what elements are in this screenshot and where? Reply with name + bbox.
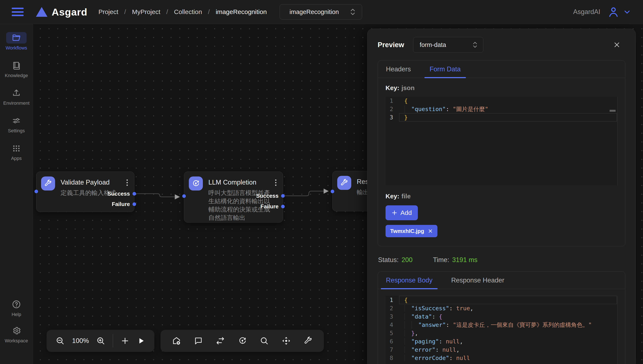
sidebar-label: Apps — [11, 156, 22, 161]
json-code-editor[interactable]: 1{2"question": "圖片是什麼"3} — [385, 97, 617, 186]
breadcrumb-workflow[interactable]: imageRecognition — [216, 8, 267, 16]
select-chevrons-icon — [473, 42, 478, 48]
sidebar-item-knowledge[interactable]: Knowledge — [5, 60, 28, 78]
question-circle-icon — [12, 300, 21, 309]
toolbar-divider — [113, 334, 113, 348]
select-chevrons-icon — [350, 8, 355, 16]
zoom-out-icon[interactable] — [56, 336, 65, 346]
input-port[interactable] — [331, 190, 334, 193]
sidebar-item-settings[interactable]: Settings — [6, 115, 27, 134]
grid-dots-icon — [12, 144, 21, 153]
remove-file-icon[interactable] — [428, 229, 433, 234]
breadcrumb-separator: / — [166, 8, 168, 16]
tab-headers[interactable]: Headers — [386, 60, 411, 78]
json-key-label: Key:json — [385, 84, 617, 92]
response-code-editor[interactable]: 1{2"isSuccess": true,3"data": {4"answer"… — [385, 296, 617, 364]
zoom-toolbar: 100% — [47, 330, 154, 352]
node-title: Validate Payload — [61, 178, 125, 186]
gear-icon — [12, 326, 21, 336]
user-avatar-icon[interactable] — [607, 6, 619, 18]
tab-form-data[interactable]: Form Data — [430, 60, 461, 78]
sidebar-item-apps[interactable]: Apps — [6, 142, 27, 161]
sidebar-label: Help — [12, 312, 21, 317]
sidebar-label: Environment — [3, 100, 30, 106]
time-label: Time: — [433, 256, 449, 264]
breadcrumb: Project / MyProject / Collection / image… — [98, 8, 267, 16]
breadcrumb-myproject[interactable]: MyProject — [132, 8, 160, 16]
app-root: Asgard Project / MyProject / Collection … — [0, 0, 643, 364]
close-icon[interactable] — [613, 42, 620, 48]
code-line: 9} — [385, 362, 617, 364]
add-file-button[interactable]: Add — [385, 205, 418, 220]
wrench-icon[interactable] — [303, 336, 313, 346]
response-card: Response Body Response Header 1{2"isSucc… — [378, 272, 625, 364]
breadcrumb-separator: / — [208, 8, 210, 16]
request-card: Headers Form Data Key:json 1{2"question"… — [378, 60, 625, 246]
response-tabs: Response Body Response Header — [378, 272, 625, 289]
user-menu-chevron-icon[interactable] — [623, 8, 631, 16]
file-chip-name: TwmxhIC.jpg — [390, 228, 424, 234]
sidebar-item-workflows[interactable]: Workflows — [6, 32, 27, 51]
output-port-success[interactable] — [281, 194, 285, 198]
sidebar-item-environment[interactable]: Environment — [3, 87, 30, 106]
input-port[interactable] — [35, 190, 38, 193]
input-port[interactable] — [182, 194, 186, 198]
swap-arrows-icon[interactable] — [216, 336, 225, 346]
sidebar-label: Settings — [8, 128, 25, 134]
workflow-select-value: imageRecognition — [290, 8, 339, 16]
fit-view-icon[interactable] — [281, 336, 291, 346]
file-chip[interactable]: TwmxhIC.jpg — [385, 225, 437, 237]
sidebar: Workflows Knowledge Environment Settings… — [0, 24, 33, 364]
canvas-toolbar — [160, 330, 324, 352]
node-menu-kebab-icon[interactable] — [274, 176, 278, 189]
upload-icon — [12, 88, 21, 98]
node-llm-completion[interactable]: LLM Completion 呼叫大型語言模型並產生結構化的資料輸出以輔助流程的… — [184, 172, 283, 222]
breadcrumb-collection[interactable]: Collection — [174, 8, 202, 16]
workflow-select[interactable]: imageRecognition — [280, 4, 362, 20]
editor-scrollbar-thumb[interactable] — [610, 110, 615, 112]
output-port-failure[interactable] — [281, 205, 285, 208]
port-label-failure: Failure — [261, 203, 279, 210]
asgard-logo-icon — [36, 7, 47, 17]
sidebar-label: Knowledge — [5, 73, 28, 78]
output-port-failure[interactable] — [132, 202, 136, 206]
plus-icon — [391, 210, 397, 216]
status-code: 200 — [402, 256, 413, 264]
sidebar-label: Workspace — [5, 338, 28, 344]
code-line: 1{ — [385, 97, 617, 105]
code-line: 3"data": { — [385, 312, 617, 321]
node-title: LLM Completion — [208, 178, 274, 186]
code-line: 8"errorCode": null — [385, 354, 617, 362]
output-port-success[interactable] — [132, 192, 136, 196]
sidebar-item-help[interactable]: Help — [6, 298, 27, 317]
sliders-icon — [12, 116, 21, 125]
code-line: 1{ — [385, 296, 617, 304]
breadcrumb-separator: / — [124, 8, 126, 16]
tab-response-header[interactable]: Response Header — [451, 272, 504, 289]
search-icon[interactable] — [260, 336, 269, 346]
code-line: 3} — [385, 113, 617, 122]
add-node-icon[interactable] — [172, 336, 181, 346]
node-validate-payload[interactable]: Validate Payload 定義工具的輸入格式 Success Failu… — [36, 172, 134, 212]
brand-name: Asgard — [52, 6, 87, 18]
folder-icon — [12, 33, 21, 43]
status-label: Status: — [378, 256, 399, 264]
port-label-failure: Failure — [112, 201, 130, 208]
zoom-in-icon[interactable] — [96, 336, 105, 346]
wrench-icon — [41, 176, 55, 190]
code-line: 6"paging": null, — [385, 337, 617, 346]
code-line: 7"error": null, — [385, 346, 617, 354]
llm-icon[interactable] — [238, 336, 247, 346]
code-line: 4"answer": "這是皮卡丘，一個來自《寶可夢》系列的虛構角色。" — [385, 321, 617, 329]
port-label-success: Success — [107, 190, 130, 197]
play-icon[interactable] — [137, 336, 145, 345]
breadcrumb-project[interactable]: Project — [98, 8, 118, 16]
wrench-icon — [337, 176, 351, 190]
tab-response-body[interactable]: Response Body — [386, 272, 433, 289]
comment-icon[interactable] — [194, 336, 203, 346]
sidebar-item-workspace[interactable]: Workspace — [5, 325, 28, 344]
node-menu-kebab-icon[interactable] — [125, 176, 129, 189]
hamburger-menu-icon[interactable] — [12, 7, 24, 16]
preview-mode-select[interactable]: form-data — [413, 37, 483, 53]
add-icon[interactable] — [120, 336, 130, 346]
